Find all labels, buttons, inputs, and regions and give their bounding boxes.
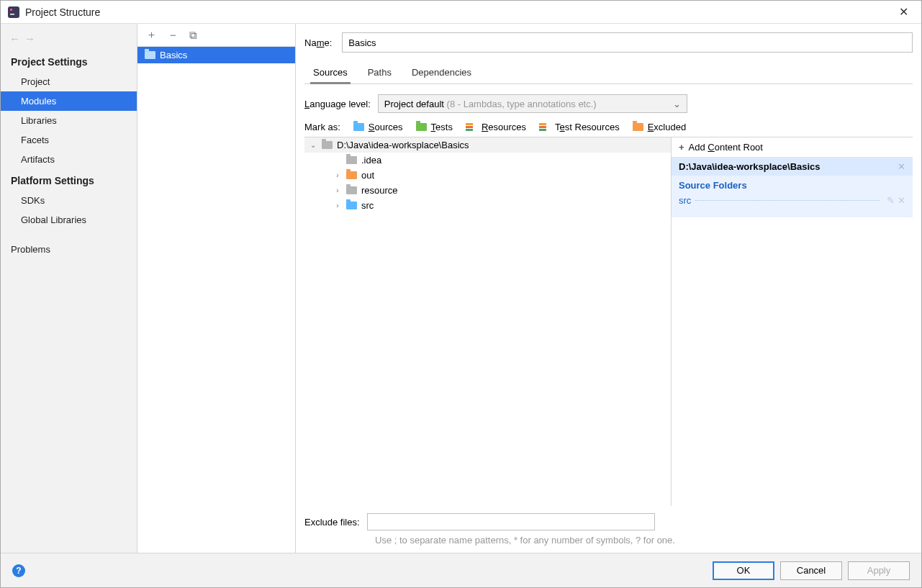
module-item-label: Basics xyxy=(160,50,187,60)
nav-item-facets[interactable]: Facets xyxy=(1,130,137,150)
content-roots-panel: + Add Content Root D:\Java\idea-workspla… xyxy=(672,137,913,506)
nav-section-platform-settings: Platform Settings xyxy=(1,169,137,191)
ok-button[interactable]: OK xyxy=(713,561,774,580)
test-resources-icon xyxy=(539,123,551,132)
folder-icon xyxy=(145,51,155,59)
name-input[interactable] xyxy=(342,32,913,53)
nav-forward-icon[interactable]: → xyxy=(24,32,35,45)
nav-item-modules[interactable]: Modules xyxy=(1,91,137,111)
module-list-panel: ＋ − ⧉ Basics xyxy=(137,24,296,553)
name-label: Name: xyxy=(304,37,332,48)
expand-icon[interactable]: › xyxy=(333,202,342,209)
expand-icon[interactable]: › xyxy=(333,171,342,179)
mark-excluded-button[interactable]: Excluded xyxy=(633,122,686,132)
left-nav: ← → Project Settings Project Modules Lib… xyxy=(1,24,137,553)
titlebar: Project Structure ✕ xyxy=(1,1,921,24)
plus-icon: + xyxy=(679,142,684,153)
folder-icon xyxy=(346,186,357,194)
remove-module-button[interactable]: − xyxy=(170,29,176,41)
module-detail: Name: Sources Paths Dependencies Languag… xyxy=(296,24,921,553)
module-item-basics[interactable]: Basics xyxy=(137,47,295,63)
edit-icon[interactable]: ✎ xyxy=(887,195,895,206)
nav-back-icon[interactable]: ← xyxy=(9,32,20,45)
collapse-icon[interactable]: ⌄ xyxy=(309,141,317,149)
nav-item-artifacts[interactable]: Artifacts xyxy=(1,150,137,169)
add-module-button[interactable]: ＋ xyxy=(146,28,157,42)
folder-icon xyxy=(353,123,364,131)
mark-tests-button[interactable]: Tests xyxy=(416,122,453,132)
resources-icon xyxy=(466,123,477,132)
folder-icon xyxy=(346,156,357,164)
dialog-footer: ? OK Cancel Apply xyxy=(1,553,921,587)
tab-paths[interactable]: Paths xyxy=(368,63,392,83)
window-title: Project Structure xyxy=(25,6,893,18)
folder-icon xyxy=(416,123,427,131)
folder-icon xyxy=(633,123,643,131)
mark-as-label: Mark as: xyxy=(304,122,340,132)
nav-item-sdks[interactable]: SDKs xyxy=(1,191,137,210)
source-folder-item[interactable]: src ✎ ✕ xyxy=(679,194,905,207)
language-level-label: Language level: xyxy=(304,99,371,109)
tree-root[interactable]: ⌄ D:\Java\idea-worksplace\Basics xyxy=(304,137,671,153)
nav-item-global-libraries[interactable]: Global Libraries xyxy=(1,210,137,230)
nav-item-project[interactable]: Project xyxy=(1,72,137,91)
nav-section-project-settings: Project Settings xyxy=(1,50,137,72)
nav-item-libraries[interactable]: Libraries xyxy=(1,111,137,130)
source-folders-header: Source Folders xyxy=(679,180,905,191)
folder-icon xyxy=(346,171,357,179)
svg-rect-0 xyxy=(8,6,19,18)
folder-icon xyxy=(346,202,357,209)
tab-dependencies[interactable]: Dependencies xyxy=(412,63,471,83)
add-content-root-button[interactable]: + Add Content Root xyxy=(672,137,913,158)
tab-sources[interactable]: Sources xyxy=(313,63,348,83)
cancel-button[interactable]: Cancel xyxy=(780,561,842,580)
content-tree: ⌄ D:\Java\idea-worksplace\Basics .idea ›… xyxy=(304,137,672,506)
help-icon[interactable]: ? xyxy=(12,564,25,577)
remove-icon[interactable]: ✕ xyxy=(898,195,905,206)
module-tabs: Sources Paths Dependencies xyxy=(304,63,913,84)
language-level-select[interactable]: Project default (8 - Lambdas, type annot… xyxy=(378,94,687,113)
tree-item[interactable]: .idea xyxy=(304,153,671,168)
exclude-files-hint: Use ; to separate name patterns, * for a… xyxy=(375,535,913,546)
tree-item[interactable]: › src xyxy=(304,198,671,213)
folder-icon xyxy=(322,141,333,149)
exclude-files-label: Exclude files: xyxy=(304,517,360,528)
remove-content-root-icon[interactable]: ✕ xyxy=(898,161,905,172)
mark-resources-button[interactable]: Resources xyxy=(466,122,526,132)
mark-sources-button[interactable]: Sources xyxy=(353,122,403,132)
intellij-icon xyxy=(8,6,19,18)
nav-item-problems[interactable]: Problems xyxy=(1,240,137,259)
content-root-path[interactable]: D:\Java\idea-worksplace\Basics ✕ xyxy=(672,158,913,176)
mark-test-resources-button[interactable]: Test Resources xyxy=(539,122,620,132)
tree-item[interactable]: › resource xyxy=(304,183,671,198)
svg-rect-2 xyxy=(10,14,14,15)
expand-icon[interactable]: › xyxy=(333,186,342,194)
tree-item[interactable]: › out xyxy=(304,168,671,183)
exclude-files-input[interactable] xyxy=(367,513,655,530)
copy-module-button[interactable]: ⧉ xyxy=(189,29,197,42)
svg-rect-1 xyxy=(10,9,12,11)
apply-button[interactable]: Apply xyxy=(848,561,910,580)
chevron-down-icon: ⌄ xyxy=(673,99,681,109)
close-icon[interactable]: ✕ xyxy=(893,4,914,20)
